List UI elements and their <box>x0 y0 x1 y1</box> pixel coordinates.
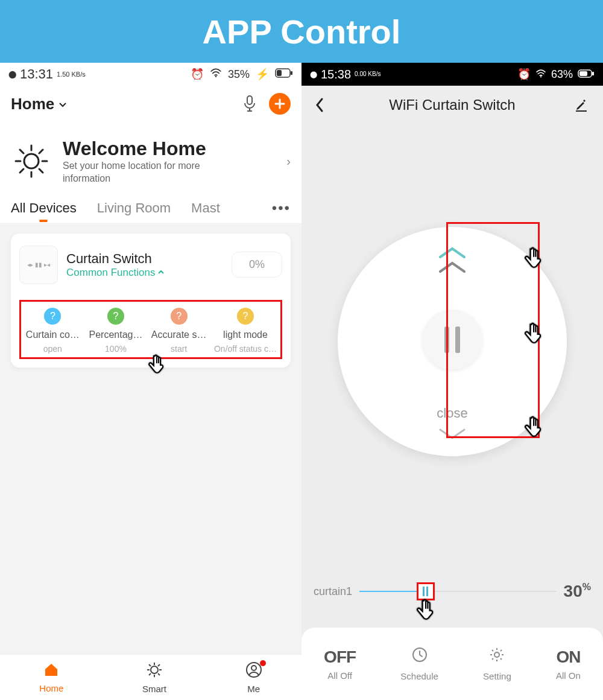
svg-line-12 <box>20 169 24 173</box>
svg-rect-2 <box>277 70 282 76</box>
svg-point-24 <box>251 666 256 670</box>
welcome-card[interactable]: Welcome Home Set your home location for … <box>0 122 302 196</box>
svg-line-11 <box>39 169 43 173</box>
battery-percent: 63% <box>551 68 573 81</box>
charging-icon: ⚡ <box>256 68 269 81</box>
device-icon: ◂▸ ▮▮ ▸◂ <box>19 246 58 284</box>
svg-line-19 <box>149 664 151 666</box>
statusbar-left: ⬤ 13:31 1.50 KB/s ⏰ 35% ⚡ <box>0 63 302 86</box>
svg-point-5 <box>24 154 39 168</box>
svg-rect-3 <box>291 71 292 75</box>
setting-button[interactable]: Setting <box>483 646 511 681</box>
home-dropdown[interactable]: Home <box>11 95 68 113</box>
svg-line-21 <box>149 673 151 675</box>
tab-living-room[interactable]: Living Room <box>97 200 171 216</box>
header-left: Home <box>0 86 302 122</box>
device-tabs: All Devices Living Room Mast ••• <box>0 196 302 223</box>
battery-icon <box>578 68 595 81</box>
back-button[interactable] <box>314 97 330 113</box>
hand-pointer-icon <box>519 245 548 274</box>
profile-icon <box>245 661 262 682</box>
all-off-button[interactable]: OFF All Off <box>324 648 356 681</box>
chevron-right-icon: › <box>286 154 291 168</box>
func-accurate[interactable]: ? Accurate s… start <box>147 308 210 354</box>
functions-row: ? Curtain co… open ? Percentag… 100% ? A… <box>19 300 282 359</box>
svg-point-0 <box>215 75 217 77</box>
left-phone: ⬤ 13:31 1.50 KB/s ⏰ 35% ⚡ Home <box>0 63 302 700</box>
bottom-nav: Home Smart Me <box>0 654 302 700</box>
hand-pointer-icon <box>519 414 548 443</box>
tab-all-devices[interactable]: All Devices <box>11 200 77 216</box>
status-time: 15:38 <box>321 68 351 81</box>
gear-icon <box>483 646 511 667</box>
func-curtain-control[interactable]: ? Curtain co… open <box>21 308 84 354</box>
func-percentage[interactable]: ? Percentag… 100% <box>84 308 148 354</box>
func-light-mode[interactable]: ? light mode On/off status c… <box>210 308 280 354</box>
add-button[interactable] <box>269 93 291 115</box>
wifi-icon <box>535 68 546 81</box>
device-card[interactable]: ◂▸ ▮▮ ▸◂ Curtain Switch Common Functions… <box>11 234 291 368</box>
welcome-title: Welcome Home <box>63 138 226 160</box>
slider-fill <box>359 591 418 592</box>
tabs-more-icon[interactable]: ••• <box>272 200 291 217</box>
banner: APP Control <box>0 0 603 63</box>
hand-pointer-icon <box>519 320 548 349</box>
banner-title: APP Control <box>203 12 401 51</box>
status-time: 13:31 <box>20 66 53 82</box>
schedule-button[interactable]: Schedule <box>400 646 438 681</box>
status-kbs: 0.00 KB/s <box>355 71 380 77</box>
svg-line-22 <box>158 664 160 666</box>
nav-smart[interactable]: Smart <box>142 661 166 694</box>
sun-icon <box>11 141 52 182</box>
alarm-icon: ⏰ <box>191 68 204 81</box>
notification-dot <box>260 660 266 666</box>
svg-line-20 <box>158 673 160 675</box>
page-title: WiFi Curtain Switch <box>389 97 515 113</box>
alarm-icon: ⏰ <box>517 68 531 81</box>
tab-master[interactable]: Mast <box>191 200 220 216</box>
svg-rect-4 <box>247 96 252 104</box>
nav-me[interactable]: Me <box>245 661 262 694</box>
slider-percent: 30% <box>564 582 591 601</box>
actions-bar: OFF All Off Schedule Setting ON All On <box>302 628 603 700</box>
svg-rect-28 <box>592 72 594 75</box>
smart-icon <box>142 661 166 682</box>
device-name: Curtain Switch <box>66 251 223 267</box>
nav-home[interactable]: Home <box>39 662 63 693</box>
hand-pointer-icon <box>411 597 440 626</box>
chevron-up-icon <box>157 267 165 279</box>
slider-row: curtain1 30% <box>314 582 591 601</box>
header-right: WiFi Curtain Switch <box>302 86 603 124</box>
welcome-subtitle: Set your home location for more informat… <box>63 160 226 185</box>
percent-button[interactable]: 0% <box>232 252 282 278</box>
statusbar-right: ⬤ 15:38 0.00 KB/s ⏰ 63% <box>302 63 603 86</box>
svg-line-13 <box>39 150 43 153</box>
all-on-button[interactable]: ON All On <box>556 648 581 681</box>
slider-label: curtain1 <box>314 585 352 598</box>
svg-point-25 <box>540 76 541 77</box>
curtain-slider[interactable] <box>359 591 557 592</box>
svg-rect-27 <box>579 71 587 76</box>
svg-point-31 <box>494 652 499 657</box>
status-kbs: 1.50 KB/s <box>57 71 86 78</box>
svg-point-14 <box>151 666 158 673</box>
curtain-circle: close <box>302 227 603 456</box>
right-phone: ⬤ 15:38 0.00 KB/s ⏰ 63% WiFi Curtain Swi… <box>302 63 603 700</box>
signal-icon: ⬤ <box>8 70 16 78</box>
chevron-down-icon <box>58 95 68 113</box>
hand-pointer-icon <box>142 352 171 381</box>
battery-icon <box>275 68 293 81</box>
mic-icon[interactable] <box>241 95 258 112</box>
edit-button[interactable] <box>574 98 591 112</box>
signal-icon: ⬤ <box>310 71 317 78</box>
wifi-icon <box>210 68 222 81</box>
home-icon <box>39 662 63 682</box>
svg-line-10 <box>20 150 24 153</box>
clock-icon <box>400 646 438 667</box>
common-functions-toggle[interactable]: Common Functions <box>66 267 223 279</box>
battery-percent: 35% <box>228 68 250 81</box>
